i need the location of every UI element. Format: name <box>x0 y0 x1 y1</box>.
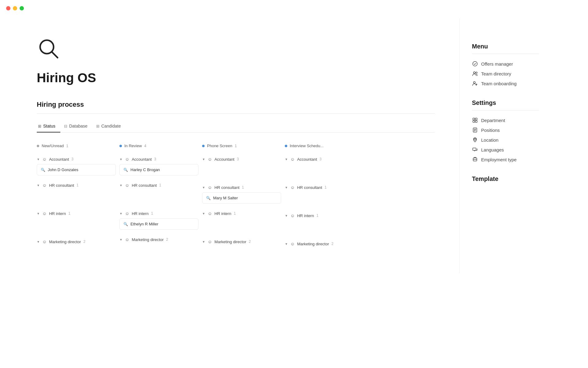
section-divider <box>37 113 435 114</box>
template-title: Template <box>472 175 539 182</box>
section-title: Hiring process <box>37 101 435 109</box>
job-group-header-accountant-col3[interactable]: ▼ ☺ Accountant 3 <box>285 155 364 164</box>
toggle-icon: ▼ <box>37 240 40 243</box>
svg-rect-7 <box>475 118 477 120</box>
menu-item-team-onboarding[interactable]: Team onboarding <box>472 79 539 88</box>
empty-cell <box>37 218 116 232</box>
job-icon: ☺ <box>125 157 129 162</box>
candidate-card[interactable]: 🔍 Mary M Salter <box>202 192 281 204</box>
job-group-marketing-director-col0: ▼ ☺ Marketing director 2 <box>37 238 116 247</box>
job-group-header-marketing-director-col3[interactable]: ▼ ☺ Marketing director 2 <box>285 240 364 249</box>
menu-item-employment-type[interactable]: Employment type <box>472 155 539 164</box>
svg-point-3 <box>473 72 475 74</box>
job-group-header-marketing-director-col2[interactable]: ▼ ☺ Marketing director 2 <box>202 238 281 247</box>
menu-item-team-directory[interactable]: Team directory <box>472 69 539 79</box>
traffic-light-red[interactable] <box>6 6 10 10</box>
empty-cell <box>202 164 281 178</box>
content-area: Hiring OS Hiring process ⊞ Status ⊟ Data… <box>0 18 459 273</box>
job-icon: ☺ <box>125 183 129 188</box>
menu-section: Menu Offers manager <box>472 43 539 88</box>
empty-cell <box>285 164 364 178</box>
status-dot-in-review <box>119 145 122 147</box>
search-icon-large <box>37 37 61 61</box>
job-group-hr-intern-col3: ▼ ☺ HR intern 1 <box>285 212 364 234</box>
job-icon: ☺ <box>42 157 47 162</box>
column-header-in-review: In Review 4 <box>119 141 198 151</box>
tab-status-icon: ⊞ <box>38 124 41 128</box>
kanban-column-in-review: In Review 4 ▼ ☺ Accountant 3 🔍 Harley C … <box>119 141 202 255</box>
tab-status[interactable]: ⊞ Status <box>37 121 60 132</box>
job-icon: ☺ <box>290 157 295 162</box>
traffic-lights <box>6 6 24 10</box>
menu-item-languages[interactable]: Languages <box>472 145 539 155</box>
job-icon: ☺ <box>42 183 47 188</box>
job-group-header-hr-consultant-col1[interactable]: ▼ ☺ HR consultant 1 <box>119 182 198 190</box>
candidate-search-icon: 🔍 <box>123 222 128 226</box>
tab-candidate[interactable]: ⊞ Candidate <box>95 121 126 132</box>
job-group-header-accountant-col2[interactable]: ▼ ☺ Accountant 3 <box>202 155 281 164</box>
toggle-icon: ▼ <box>119 238 123 241</box>
toggle-icon: ▼ <box>119 212 123 215</box>
menu-item-offers-manager[interactable]: Offers manager <box>472 59 539 69</box>
job-group-header-hr-intern-col3[interactable]: ▼ ☺ HR intern 1 <box>285 212 364 220</box>
menu-title: Menu <box>472 43 539 50</box>
job-group-header-hr-consultant-col0[interactable]: ▼ ☺ HR consultant 1 <box>37 182 116 190</box>
toggle-icon: ▼ <box>119 158 123 161</box>
svg-point-5 <box>473 82 475 83</box>
job-group-header-accountant-col0[interactable]: ▼ ☺ Accountant 3 <box>37 155 116 164</box>
job-icon: ☺ <box>208 157 212 162</box>
job-group-hr-intern-col2: ▼ ☺ HR intern 1 <box>202 210 281 232</box>
job-icon: ☺ <box>208 185 212 190</box>
kanban-column-interview-scheduled: Interview Schedu... ▼ ☺ Accountant 3 ▼ <box>285 141 368 255</box>
job-icon: ☺ <box>125 211 129 216</box>
candidate-card[interactable]: 🔍 John D Gonzales <box>37 164 116 175</box>
job-group-hr-consultant-col3: ▼ ☺ HR consultant 1 <box>285 184 364 206</box>
candidate-card[interactable]: 🔍 Ethelyn R Miller <box>119 218 198 230</box>
tab-database[interactable]: ⊟ Database <box>63 121 92 132</box>
tab-candidate-icon: ⊞ <box>96 124 100 128</box>
kanban-column-new-unread: New/Unread 1 ▼ ☺ Accountant 3 🔍 John D G… <box>37 141 119 255</box>
offers-manager-icon <box>472 61 478 67</box>
traffic-light-yellow[interactable] <box>13 6 17 10</box>
candidate-card[interactable]: 🔍 Harley C Brogan <box>119 164 198 175</box>
svg-rect-9 <box>475 121 477 122</box>
toggle-icon: ▼ <box>37 158 40 161</box>
toggle-icon: ▼ <box>202 158 205 161</box>
job-group-hr-consultant-col1: ▼ ☺ HR consultant 1 <box>119 182 198 204</box>
job-group-accountant-col3: ▼ ☺ Accountant 3 <box>285 155 364 178</box>
job-group-header-hr-consultant-col3[interactable]: ▼ ☺ HR consultant 1 <box>285 184 364 192</box>
job-icon: ☺ <box>208 211 212 216</box>
page-title: Hiring OS <box>37 71 435 85</box>
right-sidebar: Menu Offers manager <box>459 18 557 273</box>
settings-section: Settings Department <box>472 99 539 164</box>
job-icon: ☺ <box>290 213 295 218</box>
menu-item-location[interactable]: Location <box>472 135 539 145</box>
empty-cell <box>37 190 116 204</box>
job-group-marketing-director-col1: ▼ ☺ Marketing director 2 <box>119 236 198 244</box>
traffic-light-green[interactable] <box>20 6 24 10</box>
job-group-header-hr-intern-col2[interactable]: ▼ ☺ HR intern 1 <box>202 210 281 218</box>
job-group-header-marketing-director-col1[interactable]: ▼ ☺ Marketing director 2 <box>119 236 198 244</box>
job-group-marketing-director-col3: ▼ ☺ Marketing director 2 <box>285 240 364 249</box>
job-group-accountant-col1: ▼ ☺ Accountant 3 🔍 Harley C Brogan <box>119 155 198 175</box>
job-group-header-hr-intern-col0[interactable]: ▼ ☺ HR intern 1 <box>37 210 116 218</box>
toggle-icon: ▼ <box>285 158 288 161</box>
job-group-header-hr-intern-col1[interactable]: ▼ ☺ HR intern 1 <box>119 210 198 218</box>
status-dot-interview-scheduled <box>285 145 287 147</box>
menu-item-department[interactable]: Department <box>472 115 539 125</box>
svg-rect-6 <box>473 118 475 120</box>
department-icon <box>472 117 478 123</box>
kanban-board: New/Unread 1 ▼ ☺ Accountant 3 🔍 John D G… <box>37 141 435 255</box>
job-group-header-accountant-col1[interactable]: ▼ ☺ Accountant 3 <box>119 155 198 164</box>
team-directory-icon <box>472 71 478 76</box>
job-icon: ☺ <box>125 237 129 242</box>
column-header-interview-scheduled: Interview Schedu... <box>285 141 364 151</box>
empty-cell <box>285 192 364 206</box>
job-icon: ☺ <box>290 241 295 246</box>
menu-item-positions[interactable]: Positions <box>472 125 539 135</box>
location-icon <box>472 137 478 143</box>
column-header-new-unread: New/Unread 1 <box>37 141 116 151</box>
toggle-icon: ▼ <box>202 212 205 215</box>
job-group-header-marketing-director-col0[interactable]: ▼ ☺ Marketing director 2 <box>37 238 116 247</box>
job-group-header-hr-consultant-col2[interactable]: ▼ ☺ HR consultant 1 <box>202 184 281 192</box>
